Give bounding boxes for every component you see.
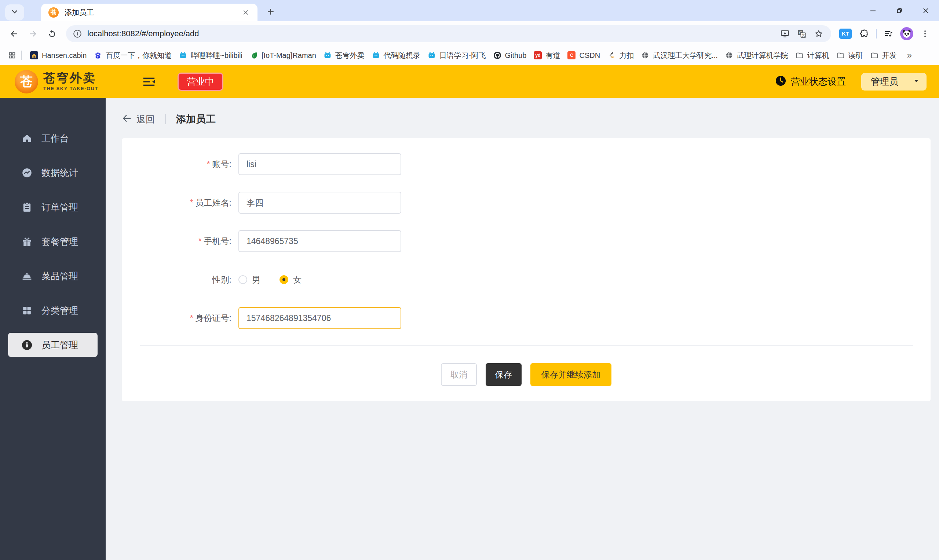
- bookmarks-overflow-chevron[interactable]: »: [904, 50, 916, 60]
- stats-icon: [21, 167, 32, 178]
- bookmark-label: [IoT-Mag]Raman: [262, 51, 316, 60]
- reload-icon[interactable]: [44, 26, 60, 42]
- field-label: *员工姓名:: [122, 197, 238, 209]
- bookmark-item[interactable]: 计算机: [792, 48, 833, 62]
- back-label: 返回: [136, 113, 155, 125]
- bookmark-label: 开发: [882, 51, 897, 60]
- site-info-icon[interactable]: [72, 29, 82, 38]
- tab-search-button[interactable]: [5, 5, 24, 20]
- bookmark-label: 武汉理工大学研究...: [653, 51, 718, 60]
- github-favicon: [493, 51, 501, 59]
- radio-option-label: 男: [252, 274, 261, 286]
- form-field-row: *员工姓名:: [122, 192, 931, 214]
- cancel-button[interactable]: 取消: [441, 363, 477, 386]
- bookmark-item[interactable]: 开发: [867, 48, 900, 62]
- dish-icon: [21, 271, 32, 282]
- sidebar-item-combo[interactable]: 套餐管理: [8, 229, 97, 254]
- tab-close-icon[interactable]: [241, 7, 251, 18]
- bookmark-item[interactable]: 武理计算机学院: [722, 48, 792, 62]
- new-tab-button[interactable]: [264, 5, 278, 20]
- bookmark-item[interactable]: Github: [490, 48, 530, 62]
- radio-option[interactable]: 女: [279, 274, 302, 286]
- bookmark-item[interactable]: 百度一下，你就知道: [90, 48, 175, 62]
- bookmark-list: Hansen.cabin 百度一下，你就知道 哔哩哔哩~bilibili [Io…: [26, 48, 900, 62]
- address-bar[interactable]: localhost:8082/#/employee/add G文: [66, 25, 831, 42]
- form-field-row: *手机号:: [122, 230, 931, 252]
- main-content: 返回 添加员工 *账号: *员工姓名: *手机号: 性别: 男 女 *身份证号:: [106, 98, 939, 560]
- arrow-left-icon: [122, 113, 132, 125]
- bookmark-star-icon[interactable]: [811, 26, 826, 41]
- bookmark-item[interactable]: 武汉理工大学研究...: [637, 48, 722, 62]
- media-controls-icon[interactable]: [880, 26, 896, 42]
- sidebar-item-dish[interactable]: 菜品管理: [8, 264, 97, 288]
- bilibili-favicon: [372, 51, 380, 59]
- minimize-button[interactable]: [860, 0, 886, 21]
- globe-favicon: [725, 51, 733, 59]
- save-button[interactable]: 保存: [486, 363, 521, 386]
- translate-icon[interactable]: G文: [794, 26, 809, 41]
- sidebar-item-order[interactable]: 订单管理: [8, 195, 97, 219]
- bookmark-item[interactable]: C CSDN: [564, 48, 604, 62]
- employee-icon: [21, 339, 32, 351]
- sidebar-item-label: 员工管理: [42, 339, 78, 351]
- radio-option[interactable]: 男: [238, 274, 261, 286]
- sidebar-item-label: 分类管理: [42, 305, 78, 317]
- bookmark-item[interactable]: 力扣: [604, 48, 637, 62]
- text-input[interactable]: [238, 307, 401, 329]
- brand-tagline: THE SKY TAKE-OUT: [43, 86, 98, 91]
- field-label: 性别:: [122, 274, 238, 286]
- bookmark-item[interactable]: [IoT-Mag]Raman: [246, 48, 320, 62]
- business-status-setting[interactable]: 营业状态设置: [775, 75, 846, 88]
- back-nav-icon[interactable]: [6, 26, 22, 42]
- save-and-continue-button[interactable]: 保存并继续添加: [530, 363, 611, 386]
- combo-icon: [21, 236, 32, 248]
- kt-extension-badge[interactable]: KT: [839, 29, 852, 39]
- bookmark-label: 百度一下，你就知道: [106, 51, 172, 60]
- sidebar-item-category[interactable]: 分类管理: [8, 298, 97, 323]
- sidebar-fold-icon[interactable]: [141, 74, 157, 90]
- bookmark-item[interactable]: 哔哩哔哩~bilibili: [175, 48, 246, 62]
- bookmark-item[interactable]: 苍穹外卖: [320, 48, 368, 62]
- category-icon: [21, 305, 32, 316]
- install-icon[interactable]: [778, 26, 792, 41]
- apps-grid-icon[interactable]: [6, 49, 19, 62]
- forward-nav-icon[interactable]: [25, 26, 41, 42]
- restore-button[interactable]: [886, 0, 913, 21]
- menu-kebab-icon[interactable]: [917, 26, 933, 42]
- sidebar-item-home[interactable]: 工作台: [8, 126, 97, 150]
- sidebar: 工作台 数据统计 订单管理 套餐管理 菜品管理 分类管理 员工管理: [0, 98, 106, 560]
- bookmark-item[interactable]: 读研: [833, 48, 867, 62]
- field-label: *身份证号:: [122, 312, 238, 324]
- close-button[interactable]: [913, 0, 939, 21]
- bookmark-item[interactable]: 日语学习-阿飞: [424, 48, 490, 62]
- form-button-row: 取消 保存 保存并继续添加: [122, 363, 931, 386]
- bookmark-item[interactable]: yd 有道: [530, 48, 564, 62]
- sidebar-item-stats[interactable]: 数据统计: [8, 160, 97, 185]
- extensions-puzzle-icon[interactable]: [856, 26, 872, 42]
- brand-logo: 苍: [15, 70, 38, 94]
- sidebar-item-label: 菜品管理: [42, 270, 78, 282]
- bookmark-label: 苍穹外卖: [335, 51, 365, 60]
- globe-favicon: [641, 51, 649, 59]
- text-input[interactable]: [238, 230, 401, 252]
- url-text[interactable]: localhost:8082/#/employee/add: [87, 29, 776, 38]
- brand-text: 苍穹外卖 THE SKY TAKE-OUT: [43, 72, 98, 91]
- form-field-row: 性别: 男 女: [122, 269, 931, 291]
- page-title: 添加员工: [176, 112, 216, 126]
- bookmark-item[interactable]: Hansen.cabin: [26, 48, 90, 62]
- bilibili-favicon: [179, 51, 187, 59]
- user-menu-dropdown[interactable]: 管理员: [861, 73, 927, 91]
- bookmarks-divider: [21, 51, 22, 60]
- browser-tab[interactable]: 苍 添加员工: [41, 4, 257, 21]
- back-link[interactable]: 返回: [122, 113, 155, 125]
- sidebar-item-label: 数据统计: [42, 167, 78, 179]
- text-input[interactable]: [238, 153, 401, 175]
- order-icon: [21, 202, 32, 213]
- page-header-row: 返回 添加员工: [122, 113, 939, 125]
- text-input[interactable]: [238, 192, 401, 214]
- profile-avatar[interactable]: [900, 27, 913, 40]
- field-label: *账号:: [122, 159, 238, 170]
- bookmark-item[interactable]: 代码随想录: [368, 48, 424, 62]
- required-asterisk: *: [190, 198, 193, 208]
- sidebar-item-employee[interactable]: 员工管理: [8, 333, 97, 357]
